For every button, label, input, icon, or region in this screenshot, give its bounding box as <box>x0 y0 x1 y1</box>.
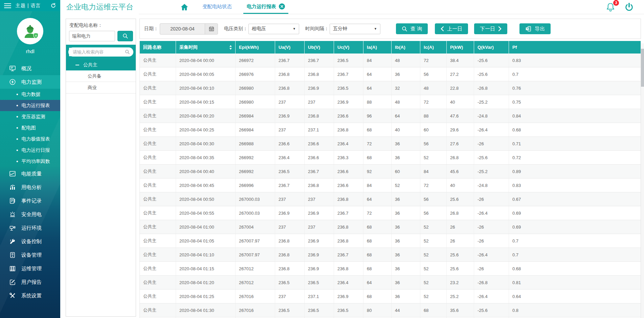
notification-bell-icon[interactable]: 3 <box>605 2 616 12</box>
theme-language-label[interactable]: 主题 | 语言 <box>16 3 41 9</box>
sidebar-item-ops-management[interactable]: 运维管理 <box>0 262 60 275</box>
tab-station-status[interactable]: 变配电站状态 <box>201 0 233 14</box>
query-button[interactable]: 查 询 <box>396 23 428 34</box>
circuit-tree: 公共主 公共备商业 <box>66 59 136 93</box>
table-row[interactable]: 公共主2020-08-04 00:35266992236.4236.6236.3… <box>140 151 641 165</box>
sidebar-item-overview[interactable]: 概况 <box>0 62 60 75</box>
logout-power-icon[interactable] <box>624 2 634 12</box>
table-cell: 公共主 <box>140 303 176 317</box>
home-icon[interactable] <box>180 0 189 14</box>
bullet-icon: • <box>16 125 18 131</box>
table-cell: 236.4 <box>334 276 363 290</box>
table-row[interactable]: 公共主2020-08-04 00:55267000.03236.9236.923… <box>140 206 641 220</box>
sidebar-item-safe-power[interactable]: 安全用电 <box>0 208 60 221</box>
voltage-type-select[interactable]: 相电压 ▼ <box>248 24 299 34</box>
table-row[interactable]: 公共主2020-08-04 01:25267016237237.1236.968… <box>140 290 641 303</box>
tab-power-run-report[interactable]: 电力运行报表 <box>243 0 288 14</box>
sidebar-item-operating-env[interactable]: 运行环境 <box>0 221 60 235</box>
station-name-input[interactable] <box>69 31 115 41</box>
table-row[interactable]: 公共主2020-08-04 00:10266980236.8236.9236.5… <box>140 81 641 95</box>
table-cell: 0.64 <box>509 290 641 303</box>
sort-icon[interactable] <box>229 45 232 50</box>
sidebar-item-device-management[interactable]: 设备管理 <box>0 248 60 262</box>
table-row[interactable]: 公共主2020-08-04 00:45266996236.7236.8236.6… <box>140 178 641 192</box>
table-cell: 88 <box>363 95 392 109</box>
close-icon[interactable] <box>279 3 285 9</box>
sidebar-item-label: 设备控制 <box>21 238 42 245</box>
table-cell: 237 <box>275 95 305 109</box>
table-row[interactable]: 公共主2020-08-04 01:10267007.97236.8236.923… <box>140 248 641 262</box>
table-cell: 0.81 <box>509 276 641 290</box>
table-cell: 0.71 <box>509 137 641 151</box>
table-cell: 2020-08-04 01:25 <box>176 290 236 303</box>
table-row[interactable]: 公共主2020-08-04 01:15267012236.8236.9236.8… <box>140 262 641 276</box>
sidebar-item-power-run-report[interactable]: •电力运行报表 <box>0 100 60 111</box>
sidebar-item-system-settings[interactable]: 系统设置 <box>0 289 60 302</box>
table-cell: 236.5 <box>275 276 305 290</box>
table-cell: 0.83 <box>509 178 641 192</box>
table-cell: 236.9 <box>305 262 334 276</box>
page-title: 企业电力运维云平台 <box>66 2 133 12</box>
table-cell: 36 <box>392 276 420 290</box>
table-cell: 237 <box>305 95 334 109</box>
sidebar-item-label: 运维管理 <box>21 266 42 272</box>
collapse-icon[interactable] <box>75 65 79 65</box>
table-row[interactable]: 公共主2020-08-04 00:20266984236.9236.8236.6… <box>140 109 641 123</box>
sidebar-item-power-extreme-report[interactable]: •电力极值报表 <box>0 133 60 145</box>
table-cell: 25.2 <box>447 290 474 303</box>
table-cell: 56 <box>420 137 447 151</box>
date-input[interactable]: 2020-08-04 <box>160 24 205 34</box>
table-cell: 0.76 <box>509 81 641 95</box>
table-row[interactable]: 公共主2020-08-04 00:05266976236.8236.8236.7… <box>140 67 641 81</box>
table-cell: 25.6 <box>447 262 474 276</box>
table-row[interactable]: 公共主2020-08-04 01:05267007.97236.8236.923… <box>140 234 641 248</box>
sidebar-item-label: 电力监测 <box>21 79 42 85</box>
column-header: P(kW) <box>447 41 474 54</box>
table-row[interactable]: 公共主2020-08-04 00:30266988236.6236.6236.4… <box>140 137 641 151</box>
table-row[interactable]: 公共主2020-08-04 01:30267016236.5236.5236.5… <box>140 303 641 317</box>
table-row[interactable]: 公共主2020-08-04 00:15266980237237236.98848… <box>140 95 641 109</box>
sidebar-item-device-control[interactable]: 设备控制 <box>0 235 60 248</box>
table-row[interactable]: 公共主2020-08-04 00:25266984237237.1236.868… <box>140 123 641 137</box>
column-header[interactable]: 采集时间 <box>176 41 236 54</box>
calendar-icon[interactable] <box>205 24 218 34</box>
device-card-icon <box>9 252 16 259</box>
sidebar-item-distribution-diagram[interactable]: •配电图 <box>0 122 60 133</box>
table-cell: 236.5 <box>334 54 363 67</box>
next-day-button[interactable]: 下一日 <box>474 23 507 34</box>
table-cell: 236.8 <box>275 262 305 276</box>
table-scrollbar[interactable] <box>641 43 644 318</box>
scrollbar-thumb[interactable] <box>641 49 644 87</box>
export-button[interactable]: X 导出 <box>519 23 551 34</box>
prev-day-button[interactable]: 上一日 <box>435 23 468 34</box>
table-row[interactable]: 公共主2020-08-04 00:00266972236.7236.7236.5… <box>140 54 641 67</box>
table-cell: 236.5 <box>334 81 363 95</box>
sidebar-item-event-log[interactable]: 事件记录 <box>0 194 60 208</box>
table-row[interactable]: 公共主2020-08-04 01:00267004237237236.86836… <box>140 220 641 234</box>
time-interval-value: 五分钟 <box>333 26 347 32</box>
time-interval-select[interactable]: 五分钟 ▼ <box>330 24 380 34</box>
sidebar-item-power-quality[interactable]: 电能质量 <box>0 167 60 181</box>
tree-search-input[interactable] <box>69 48 125 56</box>
refresh-icon[interactable] <box>50 3 56 8</box>
sidebar-item-power-data[interactable]: •电力数据 <box>0 89 60 100</box>
table-row[interactable]: 公共主2020-08-04 00:40266992236.5236.7236.6… <box>140 165 641 178</box>
table-row[interactable]: 公共主2020-08-04 01:20267012236.5236.5236.4… <box>140 276 641 290</box>
tree-node-child[interactable]: 商业 <box>66 82 136 93</box>
table-cell: -26.4 <box>474 248 509 262</box>
table-row[interactable]: 公共主2020-08-04 00:50267000.03237237236.86… <box>140 192 641 206</box>
table-cell: -25.6 <box>474 67 509 81</box>
sidebar-item-power-daily-report[interactable]: •电力运行日报 <box>0 145 60 156</box>
tree-node-root[interactable]: 公共主 <box>66 59 136 70</box>
tree-node-child[interactable]: 公共备 <box>66 70 136 82</box>
table-cell: 2020-08-04 00:30 <box>176 137 236 151</box>
table-cell: 68 <box>420 303 447 317</box>
sidebar-item-usage-analysis[interactable]: 用电分析 <box>0 181 60 194</box>
table-cell: 236.8 <box>275 67 305 81</box>
station-search-button[interactable] <box>117 31 133 41</box>
sidebar-item-transformer-monitoring[interactable]: •变压器监测 <box>0 111 60 122</box>
hamburger-menu-icon[interactable] <box>4 3 11 8</box>
sidebar-item-power-monitoring[interactable]: 电力监测 <box>0 75 60 89</box>
sidebar-item-avg-power-factor[interactable]: •平均功率因数 <box>0 156 60 167</box>
sidebar-item-user-report[interactable]: 用户报告 <box>0 275 60 289</box>
